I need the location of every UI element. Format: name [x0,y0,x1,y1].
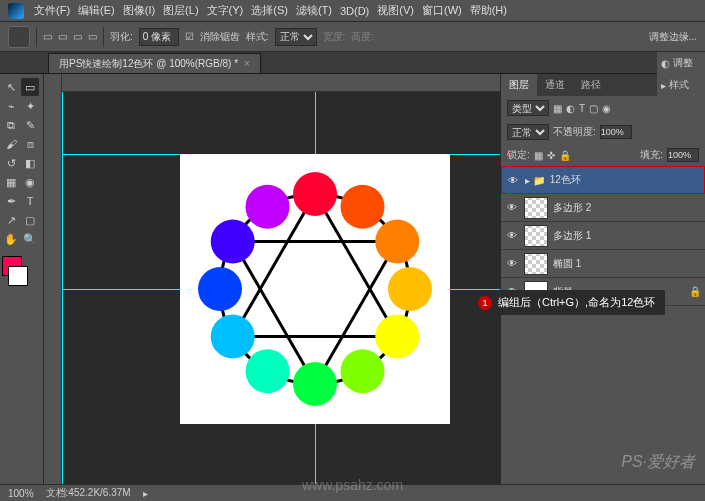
panel-adjustments[interactable]: ◐调整 [657,52,705,74]
path-tool[interactable]: ↗ [2,211,20,229]
move-tool[interactable]: ↖ [2,78,20,96]
shape-tool[interactable]: ▢ [21,211,39,229]
svg-point-4 [341,185,385,229]
opacity-input[interactable] [600,125,632,139]
opacity-label: 不透明度: [553,125,596,139]
menu-file[interactable]: 文件(F) [34,3,70,18]
lasso-tool[interactable]: ⌁ [2,97,20,115]
annotation-number: 1 [478,296,492,310]
menu-filter[interactable]: 滤镜(T) [296,3,332,18]
canvas[interactable] [180,154,450,424]
stamp-tool[interactable]: ⧈ [21,135,39,153]
visibility-icon[interactable]: 👁 [505,257,519,271]
menu-help[interactable]: 帮助(H) [470,3,507,18]
tool-preset[interactable] [8,26,30,48]
background-swatch[interactable] [8,266,28,286]
menu-bar: 文件(F) 编辑(E) 图像(I) 图层(L) 文字(Y) 选择(S) 滤镜(T… [0,0,705,22]
svg-point-14 [246,185,290,229]
visibility-icon[interactable]: 👁 [505,201,519,215]
layer-filter-kind[interactable]: 类型 [507,100,549,116]
menu-select[interactable]: 选择(S) [251,3,288,18]
menu-edit[interactable]: 编辑(E) [78,3,115,18]
history-brush-tool[interactable]: ↺ [2,154,20,172]
sel-mode-add[interactable]: ▭ [58,31,67,42]
status-arrow-icon[interactable]: ▸ [143,488,148,499]
feather-label: 羽化: [110,30,133,44]
menu-layer[interactable]: 图层(L) [163,3,198,18]
filter-icon[interactable]: ▢ [589,103,598,114]
svg-point-10 [246,349,290,393]
sel-mode-int[interactable]: ▭ [88,31,97,42]
lock-position-icon[interactable]: ✜ [547,150,555,161]
menu-type[interactable]: 文字(Y) [207,3,244,18]
menu-view[interactable]: 视图(V) [377,3,414,18]
eyedropper-tool[interactable]: ✎ [21,116,39,134]
svg-point-5 [375,220,419,264]
filter-icon[interactable]: ▦ [553,103,562,114]
marquee-tool[interactable]: ▭ [21,78,39,96]
layer-name[interactable]: 多边形 1 [553,229,591,243]
document-tab-title: 用PS快速绘制12色环 @ 100%(RGB/8) * [59,57,238,71]
annotation-text: 编组后（Ctrl+G）,命名为12色环 [498,296,655,308]
hand-tool[interactable]: ✋ [2,230,20,248]
zoom-tool[interactable]: 🔍 [21,230,39,248]
type-tool[interactable]: T [21,192,39,210]
svg-point-7 [375,315,419,359]
filter-icon[interactable]: ◉ [602,103,611,114]
width-label: 宽度: [323,30,346,44]
layer-row[interactable]: 👁 多边形 2 [501,194,705,222]
tab-layers[interactable]: 图层 [501,74,537,96]
layer-name[interactable]: 椭圆 1 [553,257,581,271]
visibility-icon[interactable]: 👁 [505,229,519,243]
layer-thumb [524,225,548,247]
brush-tool[interactable]: 🖌 [2,135,20,153]
zoom-level[interactable]: 100% [8,488,34,499]
filter-icon[interactable]: ◐ [566,103,575,114]
refine-edge-button[interactable]: 调整边缘... [649,30,697,44]
panel-styles[interactable]: ▸样式 [657,74,705,96]
separator [36,27,37,47]
tab-paths[interactable]: 路径 [573,74,609,96]
visibility-icon[interactable]: 👁 [506,173,520,187]
sel-mode-sub[interactable]: ▭ [73,31,82,42]
canvas-area [44,74,500,484]
lock-all-icon[interactable]: 🔒 [559,150,571,161]
menu-window[interactable]: 窗口(W) [422,3,462,18]
blend-mode-select[interactable]: 正常 [507,124,549,140]
style-label: 样式: [246,30,269,44]
layer-row[interactable]: 👁 ▸ 📁 12色环 [501,166,705,194]
wand-tool[interactable]: ✦ [21,97,39,115]
layer-thumb [524,197,548,219]
feather-input[interactable] [139,28,179,46]
doc-info[interactable]: 文档:452.2K/6.37M [46,486,131,500]
ruler-vertical[interactable] [44,74,62,484]
fill-input[interactable] [667,148,699,162]
blur-tool[interactable]: ◉ [21,173,39,191]
close-icon[interactable]: × [244,58,250,69]
tab-channels[interactable]: 通道 [537,74,573,96]
svg-point-3 [293,172,337,216]
layer-row[interactable]: 👁 椭圆 1 [501,250,705,278]
menu-image[interactable]: 图像(I) [123,3,155,18]
lock-label: 锁定: [507,148,530,162]
document-tabs: 用PS快速绘制12色环 @ 100%(RGB/8) * × [0,52,705,74]
color-wheel-artwork [180,154,450,424]
filter-icon[interactable]: T [579,103,585,114]
pen-tool[interactable]: ✒ [2,192,20,210]
sel-mode-new[interactable]: ▭ [43,31,52,42]
style-select[interactable]: 正常 [275,28,317,46]
layer-row[interactable]: 👁 多边形 1 [501,222,705,250]
guide-vertical[interactable] [62,92,63,484]
ruler-horizontal[interactable] [62,74,500,92]
lock-pixels-icon[interactable]: ▦ [534,150,543,161]
layer-name[interactable]: 多边形 2 [553,201,591,215]
gradient-tool[interactable]: ▦ [2,173,20,191]
antialias-check[interactable]: ☑ [185,31,194,42]
antialias-label: 消除锯齿 [200,30,240,44]
eraser-tool[interactable]: ◧ [21,154,39,172]
toolbox: ↖ ▭ ⌁ ✦ ⧉ ✎ 🖌 ⧈ ↺ ◧ ▦ ◉ ✒ T ↗ ▢ ✋ 🔍 [0,74,44,484]
layer-name[interactable]: 12色环 [550,173,581,187]
document-tab[interactable]: 用PS快速绘制12色环 @ 100%(RGB/8) * × [48,53,261,73]
crop-tool[interactable]: ⧉ [2,116,20,134]
menu-3d[interactable]: 3D(D) [340,5,369,17]
